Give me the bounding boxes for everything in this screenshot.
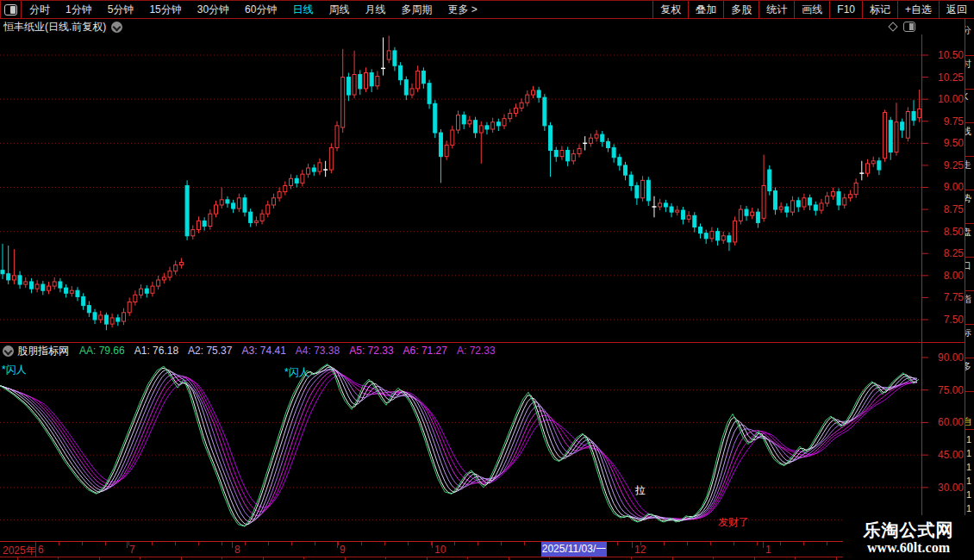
sidebar-tab-clipped[interactable]: 分 bbox=[965, 24, 974, 53]
toolbar-button-叠加[interactable]: 叠加 bbox=[688, 1, 723, 18]
sidebar-tab-clipped[interactable]: 多 bbox=[965, 360, 974, 389]
month-label-6: 6 bbox=[38, 544, 44, 556]
price-label-7.75: 7.75 bbox=[931, 292, 964, 302]
sidebar-tab-clipped[interactable]: 走 bbox=[965, 159, 974, 188]
sidebar-digit: 1 bbox=[965, 503, 974, 513]
sidebar-separator bbox=[965, 391, 974, 392]
month-tick bbox=[127, 542, 128, 548]
layout-toggle-button[interactable] bbox=[0, 1, 22, 18]
price-label-8.25: 8.25 bbox=[931, 248, 964, 258]
minor-tick bbox=[687, 542, 688, 545]
sidebar-separator bbox=[965, 156, 974, 157]
sidebar-separator bbox=[965, 55, 974, 56]
sidebar-digit: 1 bbox=[965, 489, 974, 500]
minor-tick bbox=[152, 542, 153, 545]
minor-tick bbox=[757, 542, 758, 545]
minor-tick bbox=[361, 542, 362, 545]
date-axis[interactable]: 2025年 6789101212025/11/03/一 bbox=[0, 541, 974, 557]
period-tab-月线[interactable]: 月线 bbox=[357, 1, 393, 18]
minor-tick bbox=[734, 542, 734, 545]
sidebar-digit: 1 bbox=[965, 476, 974, 486]
toolbar-button-多股[interactable]: 多股 bbox=[723, 1, 759, 18]
minor-tick bbox=[222, 542, 222, 545]
sidebar-tab-clipped[interactable]: 势 bbox=[965, 192, 974, 221]
indicator-label-60.00: 60.00 bbox=[931, 417, 964, 427]
main-candlestick-chart[interactable] bbox=[0, 34, 929, 343]
sidebar-tab-clipped[interactable]: 标 bbox=[965, 327, 974, 356]
period-tabs: 分时1分钟5分钟15分钟30分钟60分钟日线周线月线多周期更多 > bbox=[22, 1, 485, 18]
app-window: 分时1分钟5分钟15分钟30分钟60分钟日线周线月线多周期更多 > 复权叠加多股… bbox=[0, 0, 974, 560]
strip-tick bbox=[58, 557, 59, 559]
price-label-8.50: 8.50 bbox=[931, 227, 964, 237]
period-tab-日线[interactable]: 日线 bbox=[284, 1, 321, 18]
strip-tick bbox=[549, 557, 550, 559]
price-label-7.50: 7.50 bbox=[931, 314, 964, 325]
period-tab-60分钟[interactable]: 60分钟 bbox=[237, 1, 284, 18]
minor-tick bbox=[501, 542, 502, 545]
sidebar-tab-clipped[interactable]: 口 bbox=[965, 259, 974, 289]
sidebar-tab-clipped[interactable]: 盘 bbox=[965, 226, 974, 255]
toolbar-button-画线[interactable]: 画线 bbox=[794, 1, 829, 18]
sidebar-tab-clipped[interactable]: 线 bbox=[965, 125, 974, 154]
minor-tick bbox=[105, 542, 106, 545]
minor-tick bbox=[268, 542, 269, 545]
title-bar: 恒丰纸业(日线.前复权) bbox=[0, 19, 974, 34]
month-tick bbox=[232, 542, 233, 548]
period-tab-15分钟[interactable]: 15分钟 bbox=[141, 1, 189, 18]
selected-date[interactable]: 2025/11/03/一 bbox=[541, 542, 607, 557]
minor-tick bbox=[175, 542, 176, 545]
period-tab-30分钟[interactable]: 30分钟 bbox=[190, 1, 237, 18]
sidebar-separator bbox=[965, 324, 974, 325]
chart-annotation-拉: 拉 bbox=[635, 483, 646, 498]
minor-tick bbox=[478, 542, 478, 545]
strip-tick bbox=[303, 557, 304, 559]
minor-tick bbox=[664, 542, 665, 545]
strip-tick bbox=[713, 557, 714, 559]
minor-tick bbox=[59, 542, 59, 545]
toolbar-button-F10[interactable]: F10 bbox=[829, 1, 862, 18]
watermark: 乐淘公式网 www.60lt.com bbox=[843, 515, 974, 560]
chart-annotation-*闪人: *闪人 bbox=[2, 363, 27, 377]
indicator-chart[interactable] bbox=[0, 343, 929, 541]
toolbar-button-标记[interactable]: 标记 bbox=[862, 1, 897, 18]
minor-tick bbox=[524, 542, 525, 545]
sidebar-tab-highlight[interactable]: 自 bbox=[965, 415, 974, 428]
window-layout-icon[interactable] bbox=[903, 22, 915, 32]
month-label-9: 9 bbox=[340, 544, 346, 556]
strip-tick bbox=[222, 557, 222, 559]
sidebar-separator bbox=[965, 257, 974, 258]
toolbar-button-复权[interactable]: 复权 bbox=[652, 1, 688, 18]
period-tab-更多 >[interactable]: 更多 > bbox=[440, 1, 484, 18]
chart-annotation-发财了: 发财了 bbox=[718, 515, 749, 530]
month-label-10: 10 bbox=[434, 544, 446, 556]
indicator-label-75.00: 75.00 bbox=[931, 385, 964, 395]
minor-tick bbox=[198, 542, 199, 545]
period-tab-多周期[interactable]: 多周期 bbox=[393, 1, 440, 18]
toolbar-button-统计[interactable]: 统计 bbox=[759, 1, 794, 18]
strip-tick bbox=[631, 557, 632, 559]
period-tab-1分钟[interactable]: 1分钟 bbox=[58, 1, 100, 18]
sidebar-tab-clipped[interactable]: 时 bbox=[965, 58, 974, 87]
minor-tick bbox=[384, 542, 385, 545]
minor-tick bbox=[827, 542, 827, 545]
sidebar-tab-clipped[interactable]: K bbox=[965, 91, 974, 121]
month-tick bbox=[632, 542, 633, 548]
right-sidebar-clipped[interactable]: 分时K线走势盘口指标多自11111111 bbox=[965, 19, 974, 557]
period-tab-周线[interactable]: 周线 bbox=[321, 1, 357, 18]
strip-tick bbox=[795, 557, 796, 559]
sidebar-separator bbox=[965, 290, 974, 291]
sidebar-separator bbox=[965, 190, 974, 190]
toolbar-button-+自选[interactable]: +自选 bbox=[897, 1, 939, 18]
toolbar-button-返回[interactable]: 返回 bbox=[939, 1, 974, 18]
diamond-icon[interactable] bbox=[888, 22, 897, 31]
price-label-9.75: 9.75 bbox=[931, 116, 964, 127]
price-label-10.00: 10.00 bbox=[931, 94, 964, 104]
sidebar-tab-clipped[interactable]: 指 bbox=[965, 293, 974, 322]
period-tab-5分钟[interactable]: 5分钟 bbox=[100, 1, 142, 18]
minor-tick bbox=[291, 542, 292, 545]
indicator-label-30.00: 30.00 bbox=[931, 482, 964, 493]
price-label-8.75: 8.75 bbox=[931, 204, 964, 215]
period-tab-分时[interactable]: 分时 bbox=[22, 1, 58, 18]
layout-panel-icon bbox=[4, 4, 17, 16]
chevron-down-icon[interactable] bbox=[111, 22, 122, 33]
